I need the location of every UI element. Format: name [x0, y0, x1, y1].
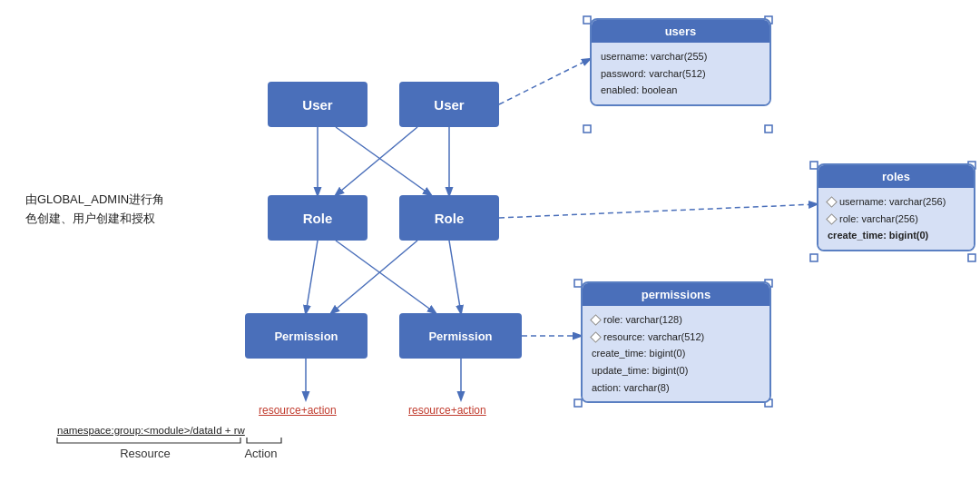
- key-diamond-icon: [826, 213, 838, 225]
- svg-line-5: [336, 241, 436, 313]
- svg-rect-20: [968, 254, 975, 261]
- roles-table: roles username: varchar(256) role: varch…: [817, 163, 975, 251]
- key-diamond-icon: [590, 331, 602, 343]
- svg-line-1: [336, 127, 431, 195]
- resource-brace-label: Resource: [91, 447, 200, 460]
- svg-line-4: [306, 241, 318, 313]
- svg-line-10: [499, 59, 590, 104]
- users-field-3: enabled: boolean: [601, 82, 760, 99]
- permissions-field-4: update_time: bigint(0): [592, 362, 760, 379]
- user-node-1: User: [268, 82, 368, 127]
- user-node-2: User: [399, 82, 499, 127]
- roles-field-2: role: varchar(256): [828, 211, 965, 228]
- users-field-2: password: varchar(512): [601, 65, 760, 83]
- svg-line-2: [336, 127, 417, 195]
- permissions-table: permissions role: varchar(128) resource:…: [581, 281, 771, 403]
- roles-field-3: create_time: bigint(0): [828, 227, 965, 244]
- permissions-field-3: create_time: bigint(0): [592, 345, 760, 362]
- key-diamond-icon: [826, 196, 838, 208]
- permissions-field-1: role: varchar(128): [592, 311, 760, 329]
- permissions-field-2: resource: varchar(512): [592, 329, 760, 346]
- permissions-field-5: action: varchar(8): [592, 379, 760, 397]
- svg-line-6: [331, 241, 417, 313]
- svg-line-11: [499, 204, 817, 218]
- key-diamond-icon: [590, 314, 602, 326]
- role-node-2: Role: [399, 195, 499, 241]
- namespace-label: namespace:group:<module>/dataId + rw: [57, 425, 245, 436]
- resource-action-label-2: resource+action: [408, 404, 486, 417]
- permission-node-1: Permission: [245, 313, 368, 359]
- side-label: 由GLOBAL_ADMIN进行角色创建、用户创建和授权: [25, 191, 171, 229]
- permissions-table-body: role: varchar(128) resource: varchar(512…: [583, 306, 769, 401]
- roles-table-header: roles: [818, 165, 974, 188]
- users-table-header: users: [592, 20, 769, 43]
- svg-rect-23: [574, 399, 582, 407]
- diagram-canvas: 由GLOBAL_ADMIN进行角色创建、用户创建和授权 User User Ro…: [0, 0, 980, 482]
- role-node-1: Role: [268, 195, 368, 241]
- svg-rect-15: [583, 125, 591, 133]
- svg-rect-16: [765, 125, 772, 133]
- permission-node-2: Permission: [399, 313, 522, 359]
- svg-line-7: [449, 241, 461, 313]
- roles-table-body: username: varchar(256) role: varchar(256…: [818, 188, 974, 250]
- users-table: users username: varchar(255) password: v…: [590, 18, 771, 106]
- permissions-table-header: permissions: [583, 283, 769, 306]
- users-field-1: username: varchar(255): [601, 48, 760, 65]
- action-brace-label: Action: [231, 447, 290, 460]
- resource-action-label-1: resource+action: [259, 404, 337, 417]
- svg-rect-19: [810, 254, 818, 261]
- roles-field-1: username: varchar(256): [828, 193, 965, 211]
- users-table-body: username: varchar(255) password: varchar…: [592, 43, 769, 104]
